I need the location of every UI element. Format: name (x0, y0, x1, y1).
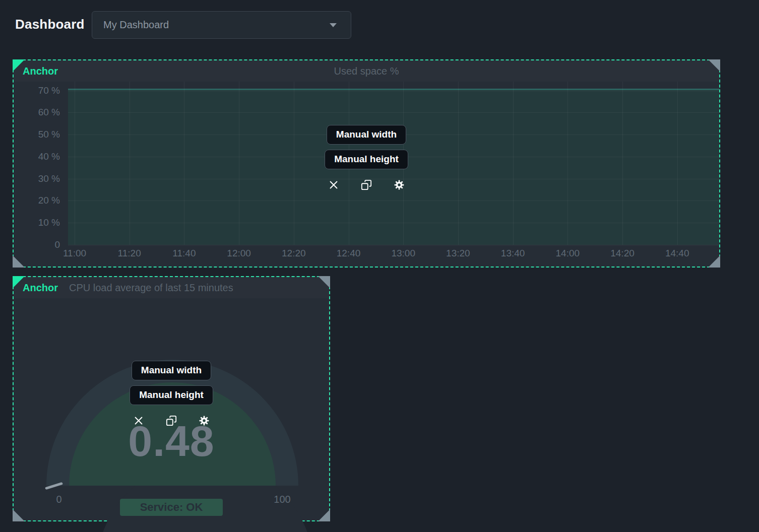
manual-width-button[interactable]: Manual width (132, 361, 211, 380)
x-tick-label: 11:00 (54, 248, 95, 259)
panel-cpu-load[interactable]: Anchor CPU load average of last 15 minut… (13, 276, 330, 521)
resize-handle-bottom-left[interactable] (13, 509, 25, 521)
dashboard-select-value: My Dashboard (103, 19, 330, 31)
dashboard-select[interactable]: My Dashboard (92, 11, 351, 39)
x-tick-label: 12:40 (329, 248, 369, 259)
x-tick-label: 13:20 (438, 248, 478, 259)
panel-header: Anchor CPU load average of last 15 minut… (14, 277, 329, 298)
gear-icon[interactable] (394, 179, 405, 190)
y-tick-label: 60 % (14, 107, 60, 118)
panel-action-icons (328, 179, 405, 190)
panel-edit-overlay: Manual width Manual height (14, 361, 329, 426)
x-tick-label: 11:20 (109, 248, 150, 259)
close-icon[interactable] (133, 415, 144, 426)
gear-icon[interactable] (199, 415, 210, 426)
panel-used-space[interactable]: Anchor Used space % 70 %60 %50 %40 %30 %… (13, 59, 720, 268)
manual-height-button[interactable]: Manual height (130, 385, 213, 405)
grid-line-y (68, 112, 719, 113)
manual-height-button[interactable]: Manual height (325, 150, 408, 169)
page-title: Dashboard (15, 17, 85, 32)
panel-title: Used space % (14, 65, 719, 77)
chevron-down-icon (330, 23, 337, 27)
anchor-label: Anchor (23, 65, 58, 77)
grid-line-y (68, 245, 719, 245)
gauge-min-label: 0 (49, 494, 69, 505)
y-tick-label: 20 % (14, 195, 60, 206)
grid-line-y (68, 91, 719, 91)
panel-edit-overlay: Manual width Manual height (14, 125, 719, 190)
x-tick-label: 14:40 (657, 248, 698, 259)
grid-line-y (68, 223, 719, 223)
grid-line-y (68, 201, 719, 201)
y-tick-label: 10 % (14, 217, 60, 228)
close-icon[interactable] (328, 179, 339, 190)
x-tick-label: 13:00 (383, 248, 423, 259)
copy-icon[interactable] (166, 415, 177, 426)
panel-header: Anchor Used space % (14, 60, 719, 82)
x-tick-label: 12:20 (274, 248, 314, 259)
anchor-label: Anchor (23, 282, 58, 294)
copy-icon[interactable] (361, 179, 372, 190)
x-axis-labels: 11:0011:2011:4012:0012:2012:4013:0013:20… (68, 248, 719, 261)
resize-handle-bottom-right[interactable] (318, 509, 330, 521)
x-tick-label: 14:20 (602, 248, 643, 259)
resize-handle-bottom-left[interactable] (13, 255, 25, 268)
manual-width-button[interactable]: Manual width (327, 125, 406, 145)
x-tick-label: 13:40 (493, 248, 533, 259)
gauge-max-label: 100 (267, 494, 297, 505)
y-tick-label: 0 (14, 239, 60, 250)
status-badge: Service: OK (120, 499, 223, 516)
x-tick-label: 11:40 (164, 248, 204, 259)
panel-action-icons (133, 415, 210, 426)
panel-title: CPU load average of last 15 minutes (69, 282, 233, 294)
x-tick-label: 14:00 (547, 248, 588, 259)
y-tick-label: 70 % (14, 85, 60, 96)
x-tick-label: 12:00 (219, 248, 259, 259)
